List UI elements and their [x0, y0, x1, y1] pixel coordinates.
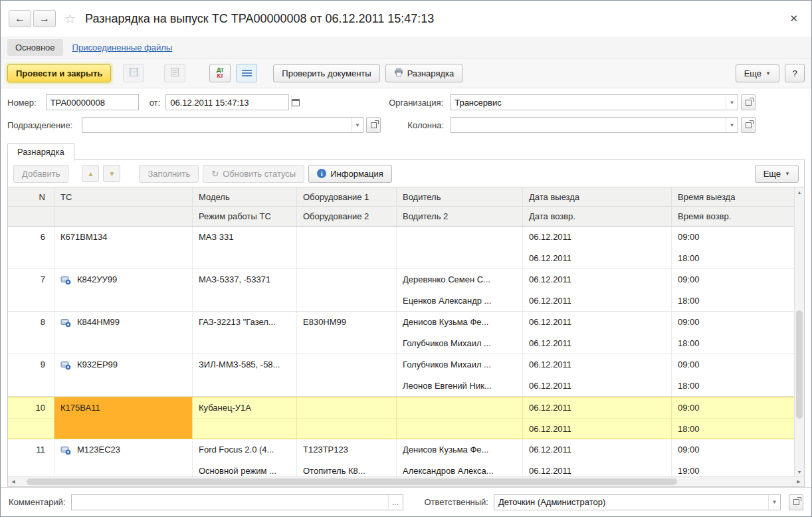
horizontal-scrollbar[interactable]: ◀ ▶: [8, 476, 804, 486]
move-down-button[interactable]: ▼: [103, 165, 120, 182]
post-document-button[interactable]: [164, 64, 185, 82]
cell-equipment[interactable]: Т123ТР123Отопитель К8...: [297, 439, 397, 476]
scroll-right-icon[interactable]: ▶: [793, 477, 804, 486]
cell-dates[interactable]: 06.12.201106.12.2011: [523, 312, 672, 354]
cell-equipment[interactable]: Е830НМ99: [297, 312, 397, 354]
cell-times[interactable]: 09:0018:00: [672, 312, 794, 354]
department-dropdown-icon[interactable]: ▼: [351, 118, 363, 132]
number-input[interactable]: [46, 94, 139, 110]
cell-vehicle[interactable]: К842УУ99: [54, 269, 193, 311]
save-button[interactable]: [123, 64, 144, 82]
back-button[interactable]: ←: [9, 10, 31, 27]
forward-button[interactable]: →: [33, 10, 56, 27]
department-open-button[interactable]: [366, 117, 381, 133]
cell-model[interactable]: МАЗ-5337, -53371: [193, 269, 297, 311]
cell-times[interactable]: 09:0018:00: [672, 227, 794, 268]
organization-dropdown-icon[interactable]: ▼: [726, 95, 738, 110]
kolonna-input[interactable]: [451, 118, 726, 132]
cell-times[interactable]: 09:0018:00: [672, 269, 794, 311]
responsible-open-button[interactable]: [789, 494, 803, 510]
cell-vehicle[interactable]: М123ЕС23: [54, 439, 193, 476]
close-button[interactable]: ✕: [784, 10, 803, 27]
column-header-model[interactable]: МодельРежим работы ТС: [193, 187, 297, 226]
cell-vehicle[interactable]: К671ВМ134: [54, 227, 193, 268]
column-header-equipment[interactable]: Оборудование 1Оборудование 2: [297, 187, 397, 226]
cell-driver[interactable]: Денисов Кузьма Фе...Александров Алекса..…: [397, 439, 523, 476]
cell-driver[interactable]: Деревянко Семен С...Еценков Александр ..…: [397, 269, 523, 311]
calendar-button[interactable]: [291, 95, 300, 110]
cell-equipment[interactable]: [297, 227, 397, 268]
help-button[interactable]: ?: [785, 64, 805, 82]
column-header-date[interactable]: Дата выездаДата возвр.: [523, 187, 672, 226]
dt-kt-button[interactable]: ДтКт: [209, 64, 231, 82]
cell-times[interactable]: 09:0019:00: [672, 439, 794, 476]
organization-input[interactable]: [451, 95, 726, 110]
table-more-button[interactable]: Еще▼: [755, 165, 799, 183]
check-documents-button[interactable]: Проверить документы: [273, 64, 379, 82]
cell-driver[interactable]: [397, 397, 523, 439]
department-input[interactable]: [82, 118, 351, 132]
kolonna-open-button[interactable]: [741, 117, 756, 133]
cell-equipment[interactable]: [297, 269, 397, 311]
cell-dates[interactable]: 06.12.201106.12.2011: [523, 354, 672, 396]
cell-vehicle[interactable]: К844НМ99: [54, 312, 193, 354]
scroll-up-icon[interactable]: ▲: [795, 187, 804, 197]
link-attached-files[interactable]: Присоединенные файлы: [72, 43, 173, 52]
responsible-input[interactable]: [494, 495, 768, 510]
cell-times[interactable]: 09:0018:00: [672, 354, 794, 396]
cell-number[interactable]: 11: [8, 439, 54, 476]
horizontal-scroll-thumb[interactable]: [27, 478, 677, 485]
vertical-scrollbar[interactable]: ▲ ▼: [794, 187, 804, 476]
tab-raznaryadka[interactable]: Разнарядка: [7, 143, 74, 161]
cell-model[interactable]: ГАЗ-32213 "Газел...: [193, 312, 297, 354]
cell-number[interactable]: 9: [8, 354, 54, 396]
organization-open-button[interactable]: [741, 94, 756, 110]
table-row[interactable]: 6 К671ВМ134 МАЗ 331 06.12.201106.12.2011…: [8, 227, 794, 269]
move-up-button[interactable]: ▲: [82, 165, 99, 182]
table-row[interactable]: 11 М123ЕС23 Ford Focus 2.0 (4...Основной…: [8, 439, 794, 476]
cell-vehicle[interactable]: К932ЕР99: [54, 354, 193, 396]
cell-dates[interactable]: 06.12.201106.12.2011: [523, 227, 672, 268]
document-movements-button[interactable]: [236, 64, 257, 82]
cell-model[interactable]: ЗИЛ-ММЗ-585, -58...: [193, 354, 297, 396]
table-row[interactable]: 7 К842УУ99 МАЗ-5337, -53371 Деревянко Се…: [8, 269, 794, 312]
print-raznaryadka-button[interactable]: Разнарядка: [385, 64, 463, 82]
refresh-statuses-button[interactable]: ↻ Обновить статусы: [203, 165, 304, 183]
column-header-driver[interactable]: ВодительВодитель 2: [397, 187, 523, 226]
kolonna-dropdown-icon[interactable]: ▼: [726, 118, 738, 132]
responsible-dropdown-icon[interactable]: ▼: [768, 495, 780, 510]
cell-vehicle[interactable]: К175ВА11: [54, 397, 193, 439]
cell-driver[interactable]: Голубчиков Михаил ...Леонов Евгений Ник.…: [397, 354, 523, 396]
cell-equipment[interactable]: [297, 354, 397, 396]
cell-driver[interactable]: Денисов Кузьма Фе...Голубчиков Михаил ..…: [397, 312, 523, 354]
table-row[interactable]: 9 К932ЕР99 ЗИЛ-ММЗ-585, -58... Голубчико…: [8, 354, 794, 397]
more-button[interactable]: Еще▼: [736, 64, 779, 82]
comment-more-button[interactable]: ...: [388, 495, 403, 510]
cell-dates[interactable]: 06.12.201106.12.2011: [523, 269, 672, 311]
cell-dates[interactable]: 06.12.201106.12.2011: [523, 439, 672, 476]
comment-input[interactable]: [72, 495, 388, 510]
table-row[interactable]: 10 К175ВА11 Кубанец-У1А 06.12.201106.12.…: [8, 397, 794, 439]
scroll-left-icon[interactable]: ◀: [8, 477, 19, 486]
cell-driver[interactable]: [397, 227, 523, 268]
scroll-down-icon[interactable]: ▼: [795, 467, 804, 476]
table-row[interactable]: 8 К844НМ99 ГАЗ-32213 "Газел... Е830НМ99 …: [8, 312, 794, 354]
cell-number[interactable]: 7: [8, 269, 54, 311]
cell-number[interactable]: 6: [8, 227, 54, 268]
cell-number[interactable]: 8: [8, 312, 54, 354]
cell-model[interactable]: Кубанец-У1А: [193, 397, 297, 439]
post-and-close-button[interactable]: Провести и закрыть: [7, 64, 111, 82]
vertical-scroll-thumb[interactable]: [796, 310, 803, 419]
cell-model[interactable]: Ford Focus 2.0 (4...Основной режим ...: [193, 439, 297, 476]
column-header-tc[interactable]: ТС: [54, 187, 193, 226]
date-input[interactable]: [166, 95, 291, 110]
tab-main[interactable]: Основное: [7, 39, 63, 56]
favorite-star-icon[interactable]: ☆: [64, 11, 76, 27]
information-button[interactable]: i Информация: [308, 165, 392, 183]
cell-dates[interactable]: 06.12.201106.12.2011: [523, 397, 672, 439]
fill-button[interactable]: Заполнить: [139, 165, 199, 183]
cell-times[interactable]: 09:0018:00: [672, 397, 794, 439]
cell-number[interactable]: 10: [8, 397, 54, 439]
column-header-time[interactable]: Время выездаВремя возвр.: [672, 187, 794, 226]
cell-model[interactable]: МАЗ 331: [193, 227, 297, 268]
